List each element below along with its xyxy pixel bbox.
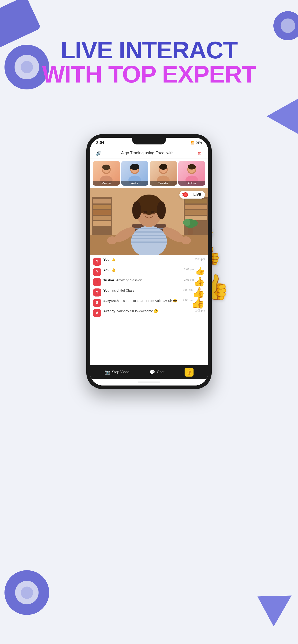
chat-time-6: 2:03 pm [195,309,205,312]
chat-area[interactable]: Y You 👍 2:03 pm Y You 👍 2:03 pm 👍 [90,255,208,366]
nav-title: Algo Trading using Excel with... [121,151,177,156]
status-icons: 📶 26% [190,141,202,144]
chat-sender-5: Suryansh [103,299,119,302]
chat-avatar-you-3: Y [93,288,101,296]
participants-row: Varsha Anika [90,159,208,188]
chat-text-1: 👍 [111,258,116,262]
chat-text-5: It's Fun To Learn From Vaibhav Sir 😎 [121,299,177,302]
svg-point-47 [151,211,155,213]
svg-rect-27 [185,204,207,209]
chat-avatar-akshay: A [93,309,101,317]
reaction-thumb-5: 👍 [191,297,205,308]
chat-sender-6: Akshay [103,309,115,313]
chat-message-3: T Tushar Amazing Session 2:03 pm 👍 [93,278,205,286]
phone-mockup: 👍 👍 👍 2:04 📶 26% 🔊 Algo Trading using Ex… [86,134,212,389]
chat-avatar-tushar: T [93,278,101,286]
svg-rect-8 [130,167,139,169]
svg-rect-20 [93,199,111,204]
chat-avatar-you-1: Y [93,258,101,266]
participant-tanisha[interactable]: Tanisha [150,161,177,186]
live-label: LIVE [193,193,201,197]
deco-circle-bottomleft [5,570,49,615]
signal-icon: 📶 [190,141,194,144]
chat-label: Chat [157,370,164,374]
svg-rect-26 [185,199,207,204]
stop-video-button[interactable]: 📷 Stop Video [105,370,129,375]
svg-rect-28 [185,210,207,215]
reaction-thumb-2: 👍 [195,267,205,277]
heading-line2: WITH TOP EXPERT [14,62,284,86]
svg-point-16 [188,164,196,170]
participant-name-ankita: Ankita [178,181,206,186]
chat-message-2: Y You 👍 2:03 pm 👍 [93,268,205,276]
svg-point-50 [107,236,117,244]
chat-time-3: 2:03 pm [184,278,194,281]
chat-text-3: Amazing Session [116,278,142,282]
heading-section: LIVE INTERACT WITH TOP EXPERT [0,38,298,86]
svg-rect-21 [93,204,111,209]
chat-sender-1: You [103,258,109,262]
svg-point-55 [190,220,198,226]
svg-point-43 [157,201,166,219]
chat-content-1: You 👍 [103,258,205,262]
deco-triangle-topright [267,96,298,136]
stop-video-label: Stop Video [112,370,129,374]
participant-ankita[interactable]: Ankita [178,161,206,186]
battery-level: 26% [195,141,202,144]
participant-varsha[interactable]: Varsha [93,161,120,186]
chat-button[interactable]: 💬 Chat [149,370,164,375]
bottom-toolbar: 📷 Stop Video 💬 Chat 👍 [90,366,208,379]
svg-point-12 [159,164,167,170]
svg-rect-22 [93,210,111,215]
participant-name-varsha: Varsha [93,181,120,186]
svg-point-51 [181,236,191,244]
participant-name-tanisha: Tanisha [150,181,177,186]
chat-text-4: Insightful Class [111,288,134,292]
chat-text-6: Vaibhav Sir Is Awesome 🤔 [117,309,158,313]
chat-message-5: S Suryansh It's Fun To Learn From Vaibha… [93,299,205,307]
home-indicator [138,382,160,383]
chat-sender-3: Tushar [103,278,114,282]
svg-rect-35 [131,232,167,232]
chat-content-6: Akshay Vaibhav Sir Is Awesome 🤔 [103,309,205,313]
reaction-thumb-3: 👍 [194,277,205,286]
home-indicator-bar [90,379,208,386]
svg-rect-23 [93,216,111,220]
svg-rect-24 [93,222,111,226]
svg-point-42 [132,201,141,219]
video-icon: 📷 [105,370,110,375]
participant-anika[interactable]: Anika [121,161,149,186]
chat-text-2: 👍 [111,268,116,272]
live-badge: ((•)) LIVE [179,191,205,198]
svg-point-46 [143,211,147,213]
like-button[interactable]: 👍 [185,368,193,376]
chat-message-6: A Akshay Vaibhav Sir Is Awesome 🤔 2:03 p… [93,309,205,317]
chat-sender-4: You [103,288,109,292]
chat-avatar-you-2: Y [93,268,101,276]
deco-circle-topright [273,11,298,40]
svg-point-3 [102,164,110,170]
chat-time-1: 2:03 pm [195,258,205,261]
top-nav: 🔊 Algo Trading using Excel with... ⎋ [90,148,208,159]
exit-icon[interactable]: ⎋ [195,149,204,157]
heading-line1: LIVE INTERACT [14,38,284,62]
live-dot-icon: ((•)) [183,192,188,197]
chat-icon: 💬 [149,370,155,375]
svg-rect-34 [131,228,167,229]
svg-rect-38 [131,242,167,242]
chat-avatar-suryansh: S [93,299,101,307]
live-video: ((•)) LIVE [90,188,208,255]
reaction-thumb-4: 👍 [192,287,205,298]
phone-notch [132,138,166,144]
svg-rect-36 [131,235,167,236]
svg-rect-37 [131,238,167,239]
like-icon: 👍 [186,369,192,375]
participant-name-anika: Anika [121,181,149,186]
chat-sender-2: You [103,268,109,272]
chat-message-1: Y You 👍 2:03 pm [93,258,205,266]
chat-message-4: Y You Insightful Class 2:03 pm 👍 [93,288,205,296]
volume-icon[interactable]: 🔊 [94,149,103,157]
phone-frame: 2:04 📶 26% 🔊 Algo Trading using Excel wi… [86,134,212,389]
deco-triangle-bottomright [248,581,292,626]
status-time: 2:04 [96,140,104,145]
